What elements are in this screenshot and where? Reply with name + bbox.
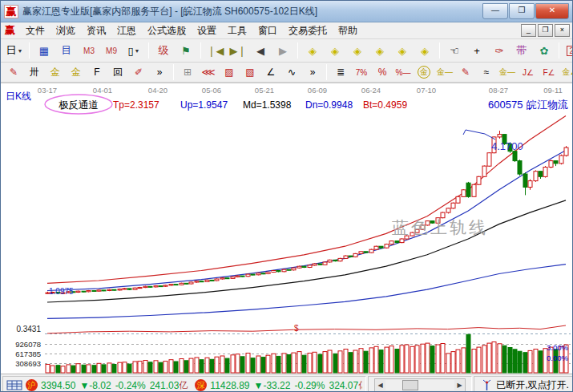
antenna-icon xyxy=(482,379,492,391)
scroll-thumb[interactable] xyxy=(402,380,418,390)
app-window: 赢 赢家江恩专业版[赢家内部服务平台] - [皖江物流 SH600575-102… xyxy=(0,0,573,392)
percent-line-icon[interactable]: %— xyxy=(393,64,413,81)
zoom-out-v-icon[interactable]: ◈ xyxy=(392,41,413,60)
seven-percent-icon[interactable]: 7% xyxy=(352,64,371,81)
wave-line-icon[interactable]: ∿ xyxy=(282,64,301,81)
gann-band-icon[interactable]: 带 xyxy=(511,41,532,60)
gold-line2-icon[interactable]: 金— xyxy=(498,64,517,81)
shanghai-badge: 沪 xyxy=(26,379,38,391)
menu-item-8[interactable]: 交易委托 xyxy=(283,22,333,39)
wave-band-icon[interactable]: ≈ xyxy=(477,64,496,81)
toolbar-drawing: ✎卅金金F回✐»⊞⋘▨▧∠∿»≣7%%%—金金—✎≈金—J∠F∠金∠神∠赢∠四∠ xyxy=(1,63,572,83)
bt-level-label: 0.3431 xyxy=(16,325,41,333)
brush2-icon[interactable]: ✎ xyxy=(456,64,475,81)
crosshair-tool-icon[interactable]: + xyxy=(466,41,487,60)
close-button[interactable]: ✕ xyxy=(535,3,569,19)
timeshare-chart-icon[interactable]: ▦ xyxy=(34,41,54,60)
x-tick-5: 06-09 xyxy=(308,86,327,95)
scroll-left-arrow[interactable]: ◀ xyxy=(375,380,385,390)
maximize-button[interactable]: ❐ xyxy=(509,3,535,19)
connection-panel[interactable]: 已断开,双点打开. xyxy=(474,376,573,392)
scroll-track[interactable] xyxy=(385,380,454,390)
x-tick-3: 05-06 xyxy=(202,86,221,95)
zoom-in-h-icon[interactable]: ◈ xyxy=(369,41,390,60)
spiral-grid-icon[interactable]: 回 xyxy=(108,64,127,81)
keyboard-icon[interactable] xyxy=(6,379,22,391)
chart-area: 03-1704-0104-2005-0605-2106-0906-2407-10… xyxy=(1,83,572,374)
toolbar-separator xyxy=(326,64,327,80)
indicator-value-2: Md=1.5398 xyxy=(243,99,292,111)
grid-box1-icon[interactable]: ▨ xyxy=(220,64,239,81)
menu-item-4[interactable]: 公式选股 xyxy=(142,22,192,39)
gold-grid1-icon[interactable]: 金 xyxy=(46,64,65,81)
sh-index-value: 3394.50 xyxy=(41,380,75,391)
menu-logo-icon: 赢 xyxy=(5,23,15,38)
brush-tool-icon[interactable]: ✎ xyxy=(4,64,23,81)
menu-item-1[interactable]: 浏览 xyxy=(50,22,81,39)
price-scale-icon[interactable]: ≣ xyxy=(331,64,350,81)
zoom-right-icon[interactable]: ◈ xyxy=(325,41,345,60)
toolbar-separator xyxy=(439,42,440,59)
grid-box2-icon[interactable]: ▧ xyxy=(240,64,260,81)
grid-tool-icon[interactable]: 卅 xyxy=(25,64,44,81)
first-page-icon[interactable]: ❘◀ xyxy=(205,41,226,60)
period-selector[interactable]: 日▼ xyxy=(4,41,25,60)
menu-item-9[interactable]: 帮助 xyxy=(333,22,363,39)
percent-icon[interactable]: % xyxy=(373,64,392,81)
menu-item-2[interactable]: 资讯 xyxy=(81,22,111,39)
mdi-minimize-button[interactable]: _ xyxy=(521,24,536,37)
trendline-tool-icon[interactable]: ✑ xyxy=(489,41,510,60)
volume-label-1: 617385 xyxy=(15,350,41,358)
sz-index-pct: -0.29% xyxy=(294,380,325,391)
chart-canvas[interactable]: 03-1704-0104-2005-0605-2106-0906-2407-10… xyxy=(1,83,572,374)
box-tool-icon[interactable]: ⊞ xyxy=(178,64,197,81)
scroll-right-arrow[interactable]: ▶ xyxy=(454,380,465,390)
prev-page-icon[interactable]: ◀ xyxy=(250,41,271,60)
zoom-in-v-icon[interactable]: ◈ xyxy=(414,41,435,60)
menu-item-5[interactable]: 设置 xyxy=(192,22,222,39)
f-grid-icon[interactable]: F xyxy=(87,64,107,81)
menu-item-7[interactable]: 窗口 xyxy=(252,22,283,39)
wave-brain-icon[interactable]: ✿ xyxy=(534,41,555,60)
f10-info-icon[interactable]: 目 xyxy=(56,41,77,60)
quote-scrollbar[interactable]: ◀ ▶ xyxy=(374,378,466,392)
pen-grid-icon[interactable]: ✐ xyxy=(129,64,148,81)
j-angle-icon[interactable]: J∠ xyxy=(519,64,538,81)
calendar-icon[interactable]: 21 xyxy=(563,41,573,60)
angle-line-icon[interactable]: ∠ xyxy=(261,64,280,81)
gold-line-icon[interactable]: 金— xyxy=(435,64,454,81)
gold-angle-icon[interactable]: 金∠ xyxy=(560,64,573,81)
minute9-chart-icon[interactable]: M9 xyxy=(101,41,122,60)
fan-lines-icon[interactable]: ⋘ xyxy=(199,64,218,81)
candles-layer xyxy=(46,131,568,294)
indicator-value-0: Tp=2.3157 xyxy=(113,99,159,111)
x-tick-6: 06-24 xyxy=(361,86,381,95)
minute3-chart-icon[interactable]: M3 xyxy=(79,41,99,60)
mdi-close-button[interactable]: × xyxy=(555,24,570,37)
minimize-button[interactable]: — xyxy=(482,3,508,19)
menu-item-0[interactable]: 文件 xyxy=(20,22,50,39)
multi-level-icon[interactable]: 级 xyxy=(153,41,174,60)
labels-layer: 03-1704-0104-2005-0605-2106-0906-2407-10… xyxy=(6,86,569,368)
more-tools1-icon[interactable]: » xyxy=(150,64,169,81)
menu-item-6[interactable]: 工具 xyxy=(222,22,252,39)
zoom-left-icon[interactable]: ◈ xyxy=(302,41,323,60)
shenzhen-badge: 深 xyxy=(195,379,207,391)
color-flag-icon[interactable]: ⚑ xyxy=(176,41,196,60)
gold-circle-icon[interactable]: 金 xyxy=(414,64,434,81)
menu-item-3[interactable]: 江恩 xyxy=(111,22,142,39)
gold-grid2-icon[interactable]: 金 xyxy=(67,64,86,81)
f-angle-icon[interactable]: F∠ xyxy=(539,64,559,81)
status-bar: 沪 3394.50 ▼-8.02 -0.24% 241.03 亿 深 11428… xyxy=(1,374,572,392)
hand-tool-icon[interactable]: ☜ xyxy=(444,41,465,60)
mdi-restore-button[interactable]: ❐ xyxy=(538,24,553,37)
zoom-out-h-icon[interactable]: ◈ xyxy=(347,41,368,60)
more-tools2-icon[interactable]: » xyxy=(303,64,322,81)
next-page-icon[interactable]: ▶ xyxy=(272,41,293,60)
last-page-icon[interactable]: ▶❘ xyxy=(228,41,248,60)
toolbar-main: 日▼▦目M3M9▯▼级⚑❘◀▶❘◀▶◈◈◈◈◈◈☜+✑带✿21⊞▤▣◍⊟ xyxy=(1,39,572,63)
connection-status-text: 已断开,双点打开. xyxy=(496,378,569,392)
app-logo-icon: 赢 xyxy=(4,5,18,18)
candle-style-icon[interactable]: ▯▼ xyxy=(123,41,144,60)
toolbar-separator xyxy=(297,42,298,59)
